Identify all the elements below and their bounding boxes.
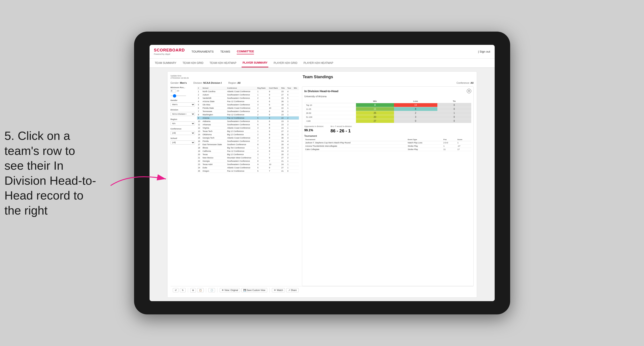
opponents-label: Opponents in division: — [304, 125, 324, 128]
sub-nav-player-h2h-heatmap[interactable]: PLAYER H2H HEATMAP — [303, 59, 334, 67]
table-row[interactable]: 24 Duke Atlantic Coast Conference 5 9 27… — [197, 166, 299, 170]
cell-win — [293, 140, 299, 143]
cell-school: Illinois — [202, 146, 226, 150]
table-row[interactable]: 13 Texas Tech Big 12 Conference 1 9 27 2 — [197, 130, 299, 133]
table-row[interactable]: 21 New Mexico Mountain West Conference 1… — [197, 156, 299, 160]
table-row[interactable]: 3 Vanderbilt Southeastern Conference 2 8… — [197, 97, 299, 100]
cell-win — [293, 123, 299, 126]
min-rounds-slider[interactable] — [170, 95, 186, 96]
col-rds: Rds — [280, 86, 286, 90]
cell-conf-rank: 8 — [268, 150, 280, 153]
cell-rds: 23 — [280, 113, 286, 116]
close-button[interactable]: ✕ — [467, 89, 471, 93]
sub-nav-team-h2h-grid[interactable]: TEAM H2H GRID — [182, 59, 204, 67]
cell-school: Duke — [202, 166, 226, 170]
cell-win — [293, 103, 299, 107]
cell-school: Tennessee — [202, 110, 226, 113]
tournament-row[interactable]: Arizona Thunderbirds Intercollegiate Str… — [304, 145, 471, 148]
cell-reg-rank: 3 — [256, 153, 268, 156]
standings-table-wrap: # School Conference Reg Rank Conf Rank R… — [197, 86, 299, 286]
nav-tournaments[interactable]: TOURNAMENTS — [192, 49, 214, 54]
cell-win — [293, 116, 299, 120]
share-btn[interactable]: ↗ Share — [286, 288, 299, 292]
h2h-row-top10[interactable]: Top 10 3 13 0 — [304, 103, 471, 107]
t-cell-name: Cabo Collegiate — [304, 148, 407, 151]
table-row[interactable]: 14 Oklahoma Big 12 Conference 2 9 26 2 — [197, 133, 299, 136]
table-row[interactable]: 8 Washington Pac-12 Conference 2 8 23 1 — [197, 113, 299, 116]
min-rounds-input[interactable] — [170, 89, 176, 92]
view-original-btn[interactable]: 👁 View: Original — [220, 288, 240, 292]
nav-teams[interactable]: TEAMS — [220, 49, 230, 54]
table-row[interactable]: 19 California Pac-12 Conference 4 8 24 2 — [197, 150, 299, 153]
conference-filter-label: Conference — [170, 128, 195, 130]
cell-reg-rank: 5 — [256, 116, 268, 120]
redo-btn[interactable]: ↻ — [180, 288, 186, 292]
cell-rds: 23 — [280, 120, 286, 123]
sign-out-btn[interactable]: | Sign out — [478, 50, 490, 53]
cell-rank: 5 — [197, 103, 202, 107]
table-row[interactable]: 12 Virginia Atlantic Coast Conference 3 … — [197, 126, 299, 130]
table-row[interactable]: 18 Illinois Big Ten Conference 1 9 23 3 — [197, 146, 299, 150]
h2h-label-top10: Top 10 — [304, 103, 356, 107]
table-row[interactable]: 10 Alabama Southeastern Conference 5 8 2… — [197, 120, 299, 123]
cell-reg-rank: 1 — [256, 130, 268, 133]
t-cell-type: Match Play Loss — [407, 141, 442, 145]
region-filter-select[interactable]: N/A — [170, 122, 195, 126]
wlt-label: W-L-T record in-division: — [330, 125, 352, 128]
table-row[interactable]: 16 Florida Southeastern Conference 7 9 2… — [197, 140, 299, 143]
cell-school: Georgia Tech — [202, 136, 226, 140]
sub-nav-team-summary[interactable]: TEAM SUMMARY — [154, 59, 178, 67]
cell-rank: 18 — [197, 146, 202, 150]
time-btn[interactable]: 🕐 — [208, 288, 215, 292]
table-row[interactable]: 17 East Tennessee State Southern Confere… — [197, 143, 299, 146]
h2h-row-11-25[interactable]: 11-25 11 8 0 — [304, 107, 471, 111]
cell-reg-rank: 7 — [256, 140, 268, 143]
cell-win — [293, 136, 299, 140]
min-rounds-group: Minimum Rou... 20 — [170, 86, 195, 97]
division-filter-label: Division — [170, 109, 195, 111]
nav-committee[interactable]: COMMITTEE — [237, 49, 254, 54]
sub-nav-player-summary[interactable]: PLAYER SUMMARY — [242, 59, 268, 67]
table-row[interactable]: 5 Ole Miss Southeastern Conference 3 6 1… — [197, 103, 299, 107]
sub-nav-player-h2h-grid[interactable]: PLAYER H2H GRID — [273, 59, 298, 67]
h2h-row-51-100[interactable]: 51-100 20 3 0 — [304, 115, 471, 119]
save-custom-btn[interactable]: 💾 Save Custom View — [241, 288, 267, 292]
tournament-table: Tournament Event Type Pos Score Jackson … — [304, 138, 471, 151]
conference-filter-select[interactable]: (All) — [170, 131, 195, 135]
cell-win — [293, 120, 299, 123]
cell-rds: 24 — [280, 163, 286, 166]
paste-btn[interactable]: 📋 — [197, 288, 204, 292]
table-row[interactable]: 15 Georgia Tech Atlantic Coast Conferenc… — [197, 136, 299, 140]
division-filter-select[interactable]: NCAA Division I — [170, 112, 195, 116]
copy-btn[interactable]: ⧉ — [190, 288, 196, 293]
cell-conf-rank: 9 — [268, 156, 280, 160]
table-row[interactable]: 2 Auburn Southeastern Conference 1 9 27 … — [197, 93, 299, 97]
gender-filter-select[interactable]: Men's — [170, 103, 195, 107]
undo-btn[interactable]: ↺ — [173, 288, 178, 292]
table-row[interactable]: 22 Georgia Southeastern Conference 8 7 2… — [197, 160, 299, 163]
table-row[interactable]: 6 Florida State Atlantic Coast Conferenc… — [197, 107, 299, 110]
cell-conf-rank: 7 — [268, 170, 280, 173]
h2h-tie-top10: 0 — [437, 103, 471, 107]
watch-btn[interactable]: 👁 Watch — [272, 288, 285, 292]
table-row[interactable]: 7 Tennessee Southeastern Conference 4 6 … — [197, 110, 299, 113]
h2h-tie-51-100: 0 — [437, 115, 471, 119]
cell-rank: 9 — [197, 116, 202, 120]
school-filter-select[interactable]: (All) — [170, 141, 195, 145]
h2h-row-100plus[interactable]: >100 27 0 0 — [304, 119, 471, 123]
table-row[interactable]: 9 Arizona Pac-12 Conference 5 8 22 2 — [197, 116, 299, 120]
tournament-row[interactable]: Jackson T. Stephens Cup Men's Match-Play… — [304, 141, 471, 145]
h2h-row-26-50[interactable]: 26-50 25 2 1 — [304, 111, 471, 115]
table-row[interactable]: 20 Texas Big 12 Conference 3 7 20 2 — [197, 153, 299, 156]
table-row[interactable]: 23 Texas A&M Southeastern Conference 9 1… — [197, 163, 299, 166]
cell-tour: 0 — [286, 170, 293, 173]
sub-nav-team-h2h-heatmap[interactable]: TEAM H2H HEATMAP — [208, 59, 237, 67]
table-row[interactable]: 11 Arkansas Southeastern Conference 6 8 … — [197, 123, 299, 126]
cell-win — [293, 166, 299, 170]
table-row[interactable]: 25 Oregon Pac-12 Conference 5 7 21 0 — [197, 170, 299, 173]
cell-conference: Pac-12 Conference — [226, 100, 256, 103]
tournament-row[interactable]: Cabo Collegiate Stroke Play 11 17 — [304, 148, 471, 151]
table-row[interactable]: 4 Arizona State Pac-12 Conference 4 6 26… — [197, 100, 299, 103]
table-row[interactable]: 1 North Carolina Atlantic Coast Conferen… — [197, 90, 299, 93]
cell-rank: 3 — [197, 97, 202, 100]
